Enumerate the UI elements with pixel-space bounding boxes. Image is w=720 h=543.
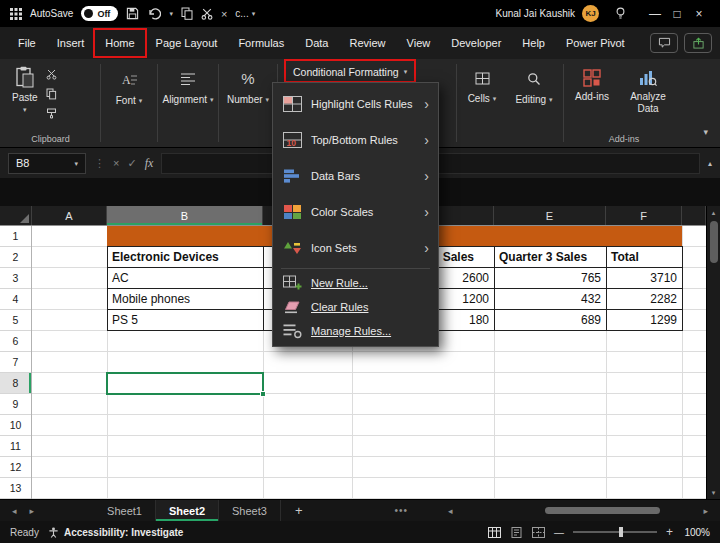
fill-handle[interactable]	[260, 391, 266, 397]
cell-e2[interactable]: Quarter 3 Sales	[495, 247, 607, 268]
row-header-selected[interactable]: 8	[0, 373, 31, 394]
row-header[interactable]: 13	[0, 478, 31, 499]
sheet-tab-sheet1[interactable]: Sheet1	[94, 500, 156, 521]
font-group-button[interactable]: A Font▾	[102, 59, 156, 147]
editing-group-button[interactable]: Editing▾	[506, 59, 562, 147]
hscroll-left-icon[interactable]: ◂	[448, 506, 453, 516]
enter-icon[interactable]: ✓	[127, 157, 136, 170]
tab-view[interactable]: View	[397, 32, 441, 54]
sheet-tab-sheet2[interactable]: Sheet2	[156, 500, 219, 521]
analyze-data-button[interactable]: Analyze Data	[621, 59, 675, 114]
more-icon[interactable]: •••	[394, 505, 408, 516]
normal-view-icon[interactable]	[488, 527, 501, 538]
name-box[interactable]: B8 ▾	[8, 153, 86, 174]
menu-item-color-scales[interactable]: Color Scales ›	[273, 194, 438, 230]
column-header-partial[interactable]	[682, 206, 706, 225]
tab-data[interactable]: Data	[295, 32, 338, 54]
tab-formulas[interactable]: Formulas	[228, 32, 294, 54]
horizontal-scroll-thumb[interactable]	[545, 507, 660, 514]
sheet-tab-sheet3[interactable]: Sheet3	[219, 500, 281, 521]
hscroll-right-icon[interactable]: ▸	[703, 506, 708, 516]
page-break-view-icon[interactable]	[532, 527, 545, 538]
apps-grid-icon[interactable]	[10, 8, 22, 20]
avatar[interactable]: KJ	[582, 5, 599, 22]
cell-e5[interactable]: 689	[495, 310, 607, 331]
restore-button[interactable]: □	[666, 0, 688, 27]
undo-icon[interactable]	[147, 7, 161, 20]
cell-f4[interactable]: 2282	[607, 289, 683, 310]
dismiss-icon[interactable]: ×	[221, 8, 227, 20]
share-button[interactable]	[684, 33, 712, 53]
insert-function-icon[interactable]: fx	[145, 156, 154, 171]
tab-power-pivot[interactable]: Power Pivot	[556, 32, 635, 54]
row-header[interactable]: 4	[0, 289, 31, 310]
column-header-f[interactable]: F	[606, 206, 682, 225]
column-header-b[interactable]: B	[107, 206, 263, 225]
save-icon[interactable]	[126, 7, 139, 20]
quick-access-more[interactable]: c... ▾	[235, 8, 255, 19]
zoom-out-button[interactable]: —	[554, 527, 564, 538]
accessibility-status[interactable]: Accessibility: Investigate	[48, 527, 184, 538]
zoom-in-button[interactable]: +	[666, 525, 673, 539]
zoom-slider-thumb[interactable]	[619, 527, 623, 537]
tab-review[interactable]: Review	[339, 32, 395, 54]
menu-item-icon-sets[interactable]: Icon Sets ›	[273, 230, 438, 266]
menu-item-new-rule[interactable]: New Rule...	[273, 271, 438, 295]
scroll-up-icon[interactable]: ▴	[707, 206, 720, 219]
paste-button[interactable]: Paste ▾	[12, 64, 38, 113]
number-group-button[interactable]: % Number▾	[220, 59, 276, 147]
row-header[interactable]: 6	[0, 331, 31, 352]
cell-e3[interactable]: 765	[495, 268, 607, 289]
vertical-scrollbar[interactable]: ▴ ▾	[706, 206, 720, 499]
lightbulb-icon[interactable]	[615, 7, 626, 20]
menu-item-manage-rules[interactable]: Manage Rules...	[273, 319, 438, 343]
copy-icon[interactable]	[46, 88, 57, 100]
add-sheet-button[interactable]: +	[281, 503, 317, 518]
tab-page-layout[interactable]: Page Layout	[146, 32, 228, 54]
select-all-corner[interactable]	[0, 206, 32, 225]
row-header[interactable]: 2	[0, 247, 31, 268]
copy-icon[interactable]	[181, 7, 193, 20]
row-header[interactable]: 10	[0, 415, 31, 436]
alignment-group-button[interactable]: Alignment▾	[159, 59, 217, 147]
row-header[interactable]: 5	[0, 310, 31, 331]
row-header[interactable]: 12	[0, 457, 31, 478]
column-header-a[interactable]: A	[32, 206, 107, 225]
tab-developer[interactable]: Developer	[441, 32, 511, 54]
cell-b3[interactable]: AC	[108, 268, 264, 289]
row-header[interactable]: 7	[0, 352, 31, 373]
cell-f3[interactable]: 3710	[607, 268, 683, 289]
zoom-level[interactable]: 100%	[682, 527, 710, 538]
cell-f2[interactable]: Total	[607, 247, 683, 268]
row-header[interactable]: 11	[0, 436, 31, 457]
cell-e4[interactable]: 432	[495, 289, 607, 310]
scroll-down-icon[interactable]: ▾	[707, 486, 720, 499]
row-header[interactable]: 9	[0, 394, 31, 415]
selected-cell-b8[interactable]	[106, 372, 264, 395]
sheet-nav-right-icon[interactable]: ▸	[30, 506, 35, 516]
format-painter-icon[interactable]	[46, 108, 57, 119]
cell-b4[interactable]: Mobile phones	[108, 289, 264, 310]
zoom-slider[interactable]	[573, 531, 657, 533]
undo-dropdown-icon[interactable]: ▾	[169, 10, 173, 17]
vertical-scroll-thumb[interactable]	[710, 221, 718, 263]
ribbon-collapse-icon[interactable]: ▾	[703, 127, 708, 137]
add-ins-button[interactable]: Add-ins	[565, 59, 619, 103]
cells-group-button[interactable]: Cells▾	[458, 59, 506, 147]
tab-insert[interactable]: Insert	[47, 32, 95, 54]
comments-button[interactable]	[650, 33, 678, 53]
cut-icon[interactable]	[46, 69, 57, 80]
menu-item-data-bars[interactable]: Data Bars ›	[273, 158, 438, 194]
tab-home[interactable]: Home	[95, 32, 144, 54]
chevron-up-icon[interactable]: ▴	[708, 159, 712, 168]
tab-file[interactable]: File	[8, 32, 46, 54]
cut-icon[interactable]	[201, 8, 213, 20]
conditional-formatting-button[interactable]: Conditional Formatting ▾	[289, 62, 411, 81]
menu-item-highlight-cells-rules[interactable]: Highlight Cells Rules ›	[273, 86, 438, 122]
user-name[interactable]: Kunal Jai Kaushik	[496, 8, 576, 19]
minimize-button[interactable]: —	[644, 0, 666, 27]
sheet-nav-left-icon[interactable]: ◂	[12, 506, 17, 516]
cell-b5[interactable]: PS 5	[108, 310, 264, 331]
menu-item-top-bottom-rules[interactable]: 10 Top/Bottom Rules ›	[273, 122, 438, 158]
cell-f5[interactable]: 1299	[607, 310, 683, 331]
